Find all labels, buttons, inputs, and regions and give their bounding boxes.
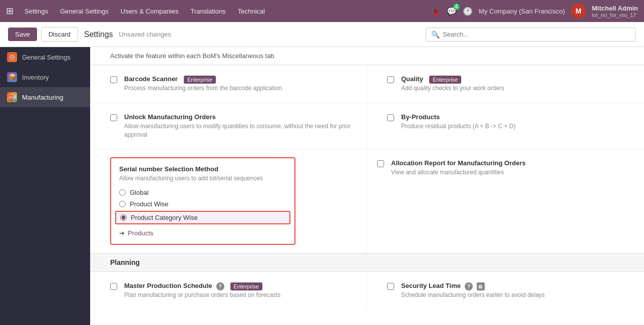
save-button[interactable]: Save <box>8 28 37 41</box>
bug-icon[interactable]: 🐞 <box>431 7 441 16</box>
arrow-icon: ➜ <box>119 229 125 237</box>
page-title: Settings <box>84 30 113 39</box>
master-production-cell: Master Production Schedule ? Enterprise … <box>90 272 367 309</box>
manufacturing-icon: 🏭 <box>7 92 17 102</box>
search-input[interactable] <box>443 31 630 38</box>
sidebar-item-general[interactable]: ⚙ General Settings <box>0 47 90 67</box>
sidebar-item-manufacturing[interactable]: 🏭 Manufacturing <box>0 87 90 107</box>
radio-product-category-wise-label: Product Category Wise <box>131 214 198 221</box>
sidebar-item-inventory[interactable]: 📦 Inventory <box>0 67 90 87</box>
allocation-report-text: Allocation Report for Manufacturing Orde… <box>391 159 526 177</box>
nav-settings[interactable]: Settings <box>20 0 53 22</box>
nav-general-settings[interactable]: General Settings <box>55 0 114 22</box>
nav-users-companies[interactable]: Users & Companies <box>116 0 184 22</box>
planning-section-header: Planning <box>90 253 644 272</box>
mps-enterprise-badge: Enterprise <box>230 282 262 290</box>
barcode-scanner-desc: Process manufacturing orders from the ba… <box>124 84 282 93</box>
planning-grid: Master Production Schedule ? Enterprise … <box>90 272 644 309</box>
barcode-enterprise-badge: Enterprise <box>184 76 216 84</box>
allocation-report-checkbox[interactable] <box>377 160 384 167</box>
radio-global-input[interactable] <box>119 189 126 196</box>
by-products-title: By-Products <box>401 113 515 121</box>
toolbar: Save Discard Settings Unsaved changes 🔍 <box>0 22 644 47</box>
quality-checkbox[interactable] <box>387 76 394 83</box>
slt-grid-icon[interactable]: ▦ <box>477 282 485 290</box>
quality-checkbox-col <box>387 75 394 85</box>
quality-cell: Quality Enterprise Add quality checks to… <box>367 65 644 103</box>
slt-info-icon[interactable]: ? <box>465 282 473 290</box>
sidebar: ⚙ General Settings 📦 Inventory 🏭 Manufac… <box>0 47 90 325</box>
nav-right: 🐞 💬 4 🕐 My Company (San Francisco) M Mit… <box>431 4 638 19</box>
mps-checkbox-col <box>110 282 117 291</box>
scrolled-top-text: Activate the feature within each BoM's M… <box>90 47 644 65</box>
allocation-report-title: Allocation Report for Manufacturing Orde… <box>391 159 526 167</box>
unlock-byproducts-row: Unlock Manufacturing Orders Allow manufa… <box>90 103 644 150</box>
quality-desc: Add quality checks to your work orders <box>401 84 504 93</box>
allocation-report-col: Allocation Report for Manufacturing Orde… <box>367 149 644 187</box>
mps-title: Master Production Schedule <box>124 282 212 289</box>
serial-allocation-row: Serial number Selection Method Allow man… <box>90 149 644 253</box>
sidebar-label-inventory: Inventory <box>22 74 49 81</box>
nav-technical[interactable]: Technical <box>233 0 270 22</box>
company-name: My Company (San Francisco) <box>479 8 565 15</box>
products-link[interactable]: ➜ Products <box>119 229 286 237</box>
nav-translations[interactable]: Translations <box>185 0 230 22</box>
search-icon: 🔍 <box>431 31 440 39</box>
serial-number-col: Serial number Selection Method Allow man… <box>90 149 367 253</box>
radio-product-wise-label: Product Wise <box>130 200 168 208</box>
barcode-scanner-title: Barcode Scanner <box>124 75 178 83</box>
user-sub: lot_no_for_mo_17 <box>592 12 638 18</box>
allocation-checkbox-col <box>377 159 384 169</box>
slt-title: Security Lead Time <box>401 282 461 289</box>
barcode-quality-row: Barcode Scanner Enterprise Process manuf… <box>90 65 644 103</box>
products-link-label: Products <box>128 229 153 237</box>
quality-title: Quality <box>401 75 423 83</box>
unlock-manufacturing-checkbox[interactable] <box>110 114 117 121</box>
search-bar: 🔍 <box>426 28 636 42</box>
serial-box-desc: Allow manufacturing users to add lot/ser… <box>119 175 286 182</box>
main-content: Activate the feature within each BoM's M… <box>90 47 644 325</box>
radio-product-category-wise-input[interactable] <box>120 214 127 221</box>
unlock-manufacturing-title: Unlock Manufacturing Orders <box>124 113 357 121</box>
by-products-checkbox-col <box>387 113 394 123</box>
mps-checkbox[interactable] <box>110 283 117 290</box>
unlock-checkbox-col <box>110 113 117 123</box>
discard-button[interactable]: Discard <box>41 27 78 42</box>
mps-desc: Plan manufacturing or purchase orders ba… <box>124 291 280 299</box>
chat-icon[interactable]: 💬 4 <box>447 7 457 16</box>
inventory-icon: 📦 <box>7 72 17 82</box>
avatar[interactable]: M <box>571 4 586 19</box>
chat-badge: 4 <box>453 4 460 10</box>
barcode-scanner-cell: Barcode Scanner Enterprise Process manuf… <box>90 65 367 103</box>
quality-text: Quality Enterprise Add quality checks to… <box>401 75 504 93</box>
security-lead-time-checkbox[interactable] <box>387 283 394 290</box>
barcode-scanner-checkbox[interactable] <box>110 76 117 83</box>
by-products-checkbox[interactable] <box>387 114 394 121</box>
radio-product-category-wise: Product Category Wise <box>115 211 290 224</box>
radio-global-label: Global <box>130 189 149 196</box>
barcode-checkbox-col <box>110 75 117 85</box>
unlock-manufacturing-text: Unlock Manufacturing Orders Allow manufa… <box>124 113 357 139</box>
top-nav: ⊞ Settings General Settings Users & Comp… <box>0 0 644 22</box>
slt-checkbox-col <box>387 282 394 291</box>
grid-icon[interactable]: ⊞ <box>6 6 14 17</box>
unlock-manufacturing-desc: Allow manufacturing users to modify quan… <box>124 122 357 139</box>
sidebar-label-general: General Settings <box>22 54 71 61</box>
general-settings-icon: ⚙ <box>7 52 17 62</box>
slt-desc: Schedule manufacturing orders earlier to… <box>401 291 545 299</box>
planning-header-label: Planning <box>110 258 140 266</box>
serial-number-box: Serial number Selection Method Allow man… <box>110 157 295 245</box>
mps-text: Master Production Schedule ? Enterprise … <box>124 282 280 299</box>
serial-box-title: Serial number Selection Method <box>119 165 286 173</box>
radio-product-wise-input[interactable] <box>119 201 126 207</box>
quality-enterprise-badge: Enterprise <box>429 76 461 84</box>
unsaved-label: Unsaved changes <box>119 31 171 38</box>
allocation-report-desc: View and allocate manufactured quantitie… <box>391 168 526 177</box>
barcode-scanner-text: Barcode Scanner Enterprise Process manuf… <box>124 75 282 93</box>
mps-info-icon[interactable]: ? <box>216 282 224 290</box>
clock-icon[interactable]: 🕐 <box>463 7 473 16</box>
by-products-text: By-Products Produce residual products (A… <box>401 113 515 131</box>
radio-product-wise: Product Wise <box>119 198 286 210</box>
user-name: Mitchell Admin <box>592 5 638 12</box>
by-products-cell: By-Products Produce residual products (A… <box>367 103 644 149</box>
